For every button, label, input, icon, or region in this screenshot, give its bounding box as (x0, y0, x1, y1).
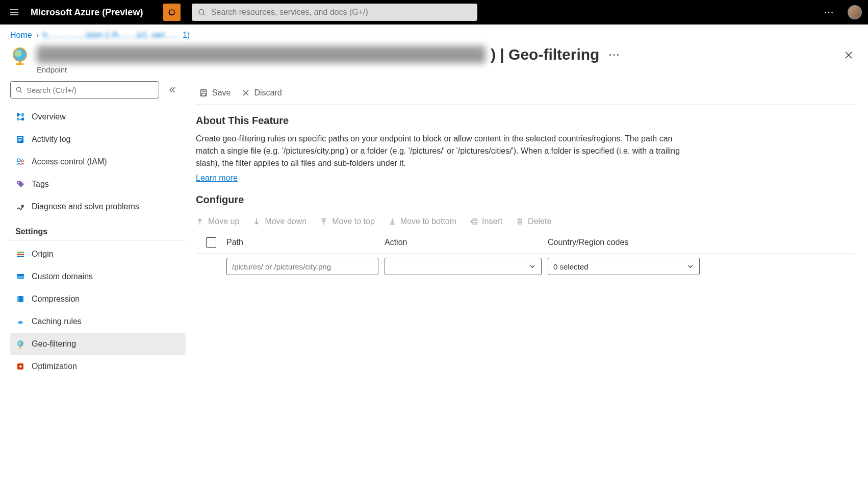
delete-button[interactable]: Delete (516, 217, 551, 226)
tags-icon (15, 179, 25, 189)
nav-label: Caching rules (32, 317, 82, 326)
select-all-checkbox[interactable] (206, 237, 216, 248)
insert-button[interactable]: Insert (470, 217, 502, 226)
nav-label: Geo-filtering (32, 339, 76, 349)
svg-rect-33 (473, 219, 477, 220)
configure-heading: Configure (196, 194, 854, 206)
global-search[interactable] (192, 4, 477, 21)
discard-button[interactable]: Discard (239, 86, 285, 100)
search-icon (16, 86, 22, 93)
move-down-button[interactable]: Move down (252, 217, 307, 226)
country-select[interactable]: 0 selected (548, 258, 700, 275)
hamburger-menu[interactable] (6, 4, 22, 20)
nav-caching-rules[interactable]: Caching rules (10, 310, 186, 333)
arrow-bottom-icon (388, 217, 396, 226)
save-button[interactable]: Save (196, 86, 234, 100)
svg-point-6 (16, 87, 20, 91)
nav-optimization[interactable]: Optimization (10, 355, 186, 378)
svg-rect-8 (21, 113, 24, 116)
nav-overview[interactable]: Overview (10, 106, 186, 128)
discard-label: Discard (254, 88, 282, 97)
nav-label: Access control (IAM) (32, 157, 107, 166)
report-bug-button[interactable] (163, 4, 181, 21)
caching-rules-icon (15, 316, 25, 327)
col-path: Path (226, 238, 385, 247)
bug-icon (167, 8, 176, 17)
svg-rect-14 (18, 140, 21, 141)
svg-rect-27 (20, 347, 21, 348)
breadcrumb-current-redacted: h.................izion.1./h........iz1.… (43, 31, 178, 40)
sidebar-search[interactable] (10, 81, 159, 99)
svg-rect-23 (17, 274, 24, 276)
optimization-icon (15, 361, 25, 372)
nav-label: Overview (32, 112, 66, 121)
nav-activity-log[interactable]: Activity log (10, 128, 186, 151)
svg-rect-25 (19, 296, 23, 302)
action-select[interactable] (385, 258, 542, 275)
collapse-sidebar-button[interactable] (166, 84, 178, 96)
svg-point-1 (199, 9, 204, 14)
rules-table: Path Action Country/Region codes (196, 231, 854, 279)
nav-diagnose[interactable]: Diagnose and solve problems (10, 195, 186, 218)
topbar-more-button[interactable]: ⋯ (819, 2, 839, 22)
arrow-top-icon (320, 217, 328, 226)
nav-label: Custom domains (32, 272, 93, 281)
move-bottom-button[interactable]: Move to bottom (388, 217, 456, 226)
close-button[interactable] (839, 46, 858, 64)
learn-more-link[interactable]: Learn more (196, 174, 238, 183)
nav-tags[interactable]: Tags (10, 173, 186, 195)
nav-label: Compression (32, 294, 80, 304)
svg-point-17 (18, 182, 19, 184)
svg-rect-12 (18, 137, 22, 138)
page-title: ) | Geo-filtering (491, 46, 599, 63)
diagnose-icon (15, 202, 25, 212)
table-row: 0 selected (196, 254, 854, 279)
user-avatar[interactable] (848, 5, 862, 19)
svg-rect-21 (17, 256, 24, 257)
move-up-button[interactable]: Move up (196, 217, 239, 226)
breadcrumb: Home › h.................izion.1./h.....… (10, 31, 858, 40)
sidebar-settings-label: Settings (10, 218, 186, 241)
nav-access-control[interactable]: Access control (IAM) (10, 151, 186, 173)
svg-point-15 (17, 159, 20, 162)
arrow-up-icon (196, 217, 204, 226)
arrow-down-icon (252, 217, 261, 226)
svg-rect-4 (19, 61, 21, 63)
global-search-input[interactable] (211, 8, 472, 17)
path-input[interactable] (226, 258, 378, 275)
nav-custom-domains[interactable]: Custom domains (10, 265, 186, 288)
chevron-down-icon (529, 263, 536, 270)
chevron-down-icon (687, 263, 694, 270)
nav-compression[interactable]: Compression (10, 288, 186, 310)
svg-rect-34 (473, 223, 477, 224)
title-more-button[interactable]: ⋯ (604, 48, 625, 61)
save-icon (199, 88, 208, 97)
insert-icon (470, 217, 478, 226)
save-label: Save (212, 88, 231, 97)
country-value: 0 selected (553, 262, 588, 271)
col-country: Country/Region codes (548, 238, 854, 247)
discard-icon (242, 89, 250, 97)
nav-label: Origin (32, 250, 54, 259)
sidebar: Overview Activity log Access control (IA… (10, 81, 186, 490)
svg-point-18 (21, 205, 23, 207)
breadcrumb-suffix: 1) (183, 31, 190, 40)
origin-icon (15, 249, 25, 259)
move-top-button[interactable]: Move to top (320, 217, 375, 226)
svg-rect-19 (17, 252, 24, 253)
nav-geo-filtering[interactable]: Geo-filtering (10, 333, 186, 355)
table-toolbar: Move up Move down Move to top Move to bo… (196, 212, 854, 231)
geo-filtering-icon (15, 339, 25, 349)
brand-label: Microsoft Azure (Preview) (31, 7, 143, 18)
close-icon (844, 51, 853, 60)
nav-label: Activity log (32, 135, 70, 144)
sidebar-search-input[interactable] (27, 86, 154, 94)
breadcrumb-home[interactable]: Home (10, 31, 32, 40)
svg-point-16 (21, 160, 23, 162)
nav-origin[interactable]: Origin (10, 243, 186, 265)
svg-rect-5 (16, 63, 23, 65)
nav-label: Optimization (32, 362, 77, 371)
page-header: ) | Geo-filtering ⋯ Endpoint (10, 46, 858, 74)
search-icon (198, 8, 206, 16)
nav-label: Diagnose and solve problems (32, 202, 139, 211)
